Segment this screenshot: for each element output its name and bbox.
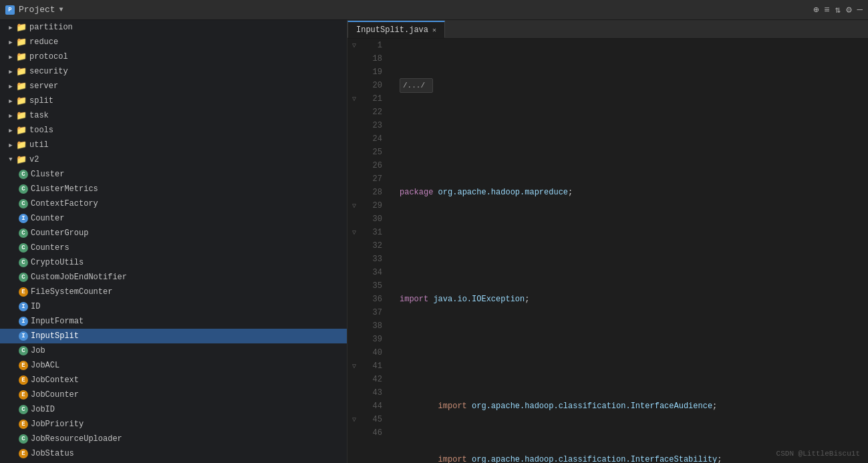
line-number-row: 19 [347,65,393,79]
sidebar-item-jobcontext[interactable]: E JobContext [0,373,347,388]
class-icon: C [19,184,28,194]
sidebar-item-job[interactable]: C Job [0,343,347,358]
sidebar-item-task[interactable]: ▶ 📁 task [0,108,347,123]
folder-icon: 📁 [16,66,27,77]
fold-icon[interactable]: ▽ [347,416,361,424]
line-number-row: ▽ 41 [347,359,393,373]
line-num: 31 [361,228,388,237]
sidebar-item-inputformat[interactable]: I InputFormat [0,314,347,329]
sidebar-item-jobresourceuploader[interactable]: C JobResourceUploader [0,432,347,446]
line-num: 20 [361,81,388,90]
globe-icon[interactable]: ⊕ [813,4,819,15]
sidebar-item-cryptoutils[interactable]: C CryptoUtils [0,255,347,270]
gear-icon[interactable]: ⚙ [846,4,851,15]
sidebar-item-protocol[interactable]: ▶ 📁 protocol [0,49,347,64]
arrow-icon: ▶ [5,83,16,90]
sidebar-item-id[interactable]: I ID [0,299,347,314]
line-number-row: 46 [347,426,393,440]
sidebar-item-label: Cluster [31,170,64,179]
sidebar-item-counter[interactable]: I Counter [0,211,347,226]
line-number-row: 26 [347,159,393,172]
line-num: 35 [361,281,388,291]
code-editor[interactable]: ▽ 1 18 19 20 ▽ 21 [347,39,868,463]
line-num: 46 [361,428,388,438]
sidebar-item-jobstatus[interactable]: E JobStatus [0,446,347,461]
sidebar-item-reduce[interactable]: ▶ 📁 reduce [0,35,347,49]
class-icon: I [19,302,28,311]
line-num: 43 [361,388,388,398]
line-num: 1 [361,39,388,52]
fold-icon[interactable]: ▽ [347,95,361,103]
line-number-row: 18 [347,52,393,65]
sidebar-item-v2[interactable]: ▼ 📁 v2 [0,152,347,167]
line-number-row: ▽ 1 [347,39,393,52]
line-num: 25 [361,148,388,157]
sidebar-item-tools[interactable]: ▶ 📁 tools [0,123,347,138]
sidebar-item-server[interactable]: ▶ 📁 server [0,79,347,94]
sidebar-item-clustermetrics[interactable]: C ClusterMetrics [0,182,347,196]
sidebar-item-countergroup[interactable]: C CounterGroup [0,226,347,241]
sidebar-item-cluster[interactable]: C Cluster [0,167,347,182]
folder-icon: 📁 [16,125,27,136]
sidebar-item-jobpriority[interactable]: E JobPriority [0,417,347,432]
code-line-22 [400,346,868,359]
sidebar-item-label: InputFormat [31,317,84,326]
class-icon: C [19,405,28,414]
folder-icon: 📁 [16,154,27,165]
fold-icon[interactable]: ▽ [347,41,361,49]
tab-inputsplit[interactable]: InputSplit.java ✕ [347,21,445,38]
sidebar-item-label: ClusterMetrics [31,184,98,194]
line-number-row: 42 [347,373,393,386]
enum-icon: E [19,420,28,429]
fold-icon[interactable]: ▽ [347,202,361,210]
line-num: 29 [361,201,388,210]
arrow-icon: ▶ [5,24,16,31]
minus-icon[interactable]: ─ [857,5,863,15]
fold-icon[interactable]: ▽ [347,362,361,370]
tab-close-icon[interactable]: ✕ [432,26,436,34]
sidebar-item-label: ContextFactory [31,199,98,208]
sidebar-item-filesystemcounter[interactable]: E FileSystemCounter [0,285,347,299]
sidebar-item-counters[interactable]: C Counters [0,241,347,255]
sidebar-item-customjobendnotifier[interactable]: C CustomJobEndNotifier [0,270,347,285]
line-num: 41 [361,361,388,371]
list-icon[interactable]: ≡ [824,5,829,15]
arrow-icon: ▶ [5,127,16,134]
arrow-icon: ▶ [5,53,16,61]
sidebar-item-label: JobACL [31,361,59,370]
code-line-20 [400,239,868,253]
sidebar-item-inputsplit[interactable]: I InputSplit [0,329,347,343]
class-icon: C [19,258,28,267]
line-number-row: ▽ 31 [347,226,393,239]
sidebar-item-jobacl[interactable]: E JobACL [0,358,347,373]
enum-icon: E [19,361,28,370]
sidebar-item-util[interactable]: ▶ 📁 util [0,138,347,152]
sidebar-item-partition[interactable]: ▶ 📁 partition [0,20,347,35]
sidebar-item-label: protocol [29,52,68,61]
split-icon[interactable]: ⇅ [835,4,841,15]
chevron-down-icon[interactable]: ▼ [59,6,63,13]
line-number-row: 36 [347,293,393,306]
line-num: 21 [361,94,388,104]
sidebar-item-security[interactable]: ▶ 📁 security [0,64,347,79]
sidebar-item-jobid[interactable]: C JobID [0,402,347,417]
class-icon: C [19,228,28,238]
sidebar-item-label: ID [31,302,40,311]
sidebar: ▶ 📁 partition ▶ 📁 reduce ▶ 📁 protocol ▶ … [0,20,347,463]
fold-icon[interactable]: ▽ [347,228,361,237]
sidebar-item-label: Job [31,346,45,355]
enum-icon: E [19,390,28,400]
code-line-18 [400,132,868,146]
line-number-row: 37 [347,306,393,319]
sidebar-item-contextfactory[interactable]: C ContextFactory [0,196,347,211]
watermark: CSDN @LittleBiscu1t [776,450,860,458]
project-label[interactable]: Project [19,5,55,15]
sidebar-item-jobcounter[interactable]: E JobCounter [0,388,347,402]
line-num: 45 [361,415,388,424]
sidebar-item-split[interactable]: ▶ 📁 split [0,94,347,108]
line-number-row: 28 [347,186,393,199]
line-num: 32 [361,241,388,251]
line-numbers-gutter: ▽ 1 18 19 20 ▽ 21 [347,39,393,463]
class-icon: C [19,170,28,179]
collapsed-block[interactable]: /.../ [400,78,433,93]
